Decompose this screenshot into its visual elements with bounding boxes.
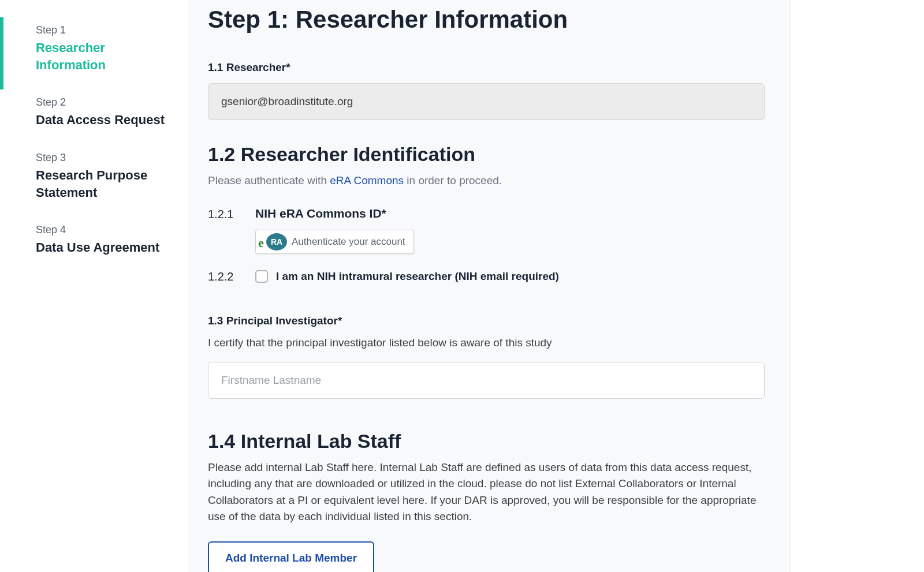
step-number: Step 4: [36, 224, 176, 236]
intramural-label: I am an NIH intramural researcher (NIH e…: [276, 270, 559, 283]
authenticate-button-label: Authenticate your account: [288, 236, 413, 248]
researcher-email-field: gsenior@broadinstitute.org: [208, 83, 765, 120]
sidebar-step-4[interactable]: Step 4 Data Use Agreement: [0, 217, 188, 272]
pi-cert-text: I certify that the principal investigato…: [208, 337, 765, 349]
step-number: Step 1: [36, 24, 176, 36]
sidebar-step-2[interactable]: Step 2 Data Access Request: [0, 89, 188, 145]
pi-name-input[interactable]: [208, 362, 765, 399]
lab-staff-description: Please add internal Lab Staff here. Inte…: [208, 459, 765, 525]
step-title: Researcher Information: [36, 39, 176, 73]
section-1-3-label: 1.3 Principal Investigator*: [208, 315, 765, 327]
era-logo-icon: e RA: [258, 230, 288, 254]
sub-1-2-1: 1.2.1 NIH eRA Commons ID* e RA Authentic…: [208, 207, 765, 256]
era-id-label: NIH eRA Commons ID*: [255, 207, 765, 220]
section-1-4-heading: 1.4 Internal Lab Staff: [208, 430, 765, 453]
sub-number: 1.2.2: [208, 270, 255, 283]
add-internal-lab-member-button[interactable]: Add Internal Lab Member: [208, 541, 374, 573]
step-title: Data Use Agreement: [36, 239, 176, 256]
step-number: Step 3: [36, 152, 176, 164]
era-commons-link[interactable]: eRA Commons: [330, 174, 404, 186]
sub-number: 1.2.1: [208, 207, 255, 221]
sidebar-step-1[interactable]: Step 1 Researcher Information: [0, 17, 188, 89]
intramural-checkbox[interactable]: [255, 270, 268, 283]
sub-1-2-2: 1.2.2 I am an NIH intramural researcher …: [208, 270, 765, 283]
section-1-1-label: 1.1 Researcher*: [208, 61, 765, 74]
section-1-2-help: Please authenticate with eRA Commons in …: [208, 173, 765, 189]
sidebar-step-3[interactable]: Step 3 Research Purpose Statement: [0, 145, 188, 217]
step-number: Step 2: [36, 96, 176, 109]
section-1-2-heading: 1.2 Researcher Identification: [208, 143, 765, 166]
step-title: Research Purpose Statement: [36, 167, 176, 201]
page-title: Step 1: Researcher Information: [208, 6, 765, 33]
step-title: Data Access Request: [36, 111, 176, 129]
form-main: Step 1: Researcher Information 1.1 Resea…: [188, 0, 791, 572]
authenticate-era-button[interactable]: e RA Authenticate your account: [255, 230, 414, 254]
step-sidebar: Step 1 Researcher Information Step 2 Dat…: [0, 0, 188, 572]
